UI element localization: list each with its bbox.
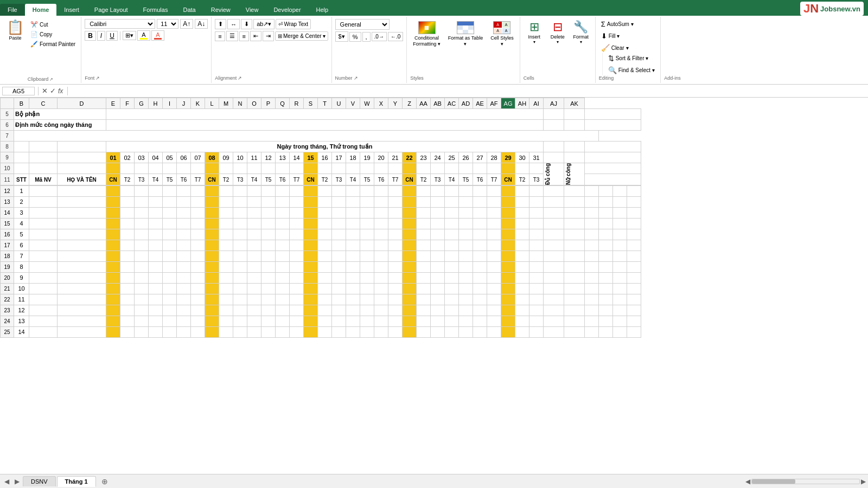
col-header-S[interactable]: S xyxy=(304,98,318,109)
cell-day-25-row-21[interactable] xyxy=(445,283,459,294)
col-header-I[interactable]: I xyxy=(163,98,177,109)
row-header-11[interactable]: 11 xyxy=(1,174,14,185)
row-header-23[interactable]: 23 xyxy=(1,305,14,316)
tab-data[interactable]: Data xyxy=(175,4,203,16)
cell-day-31-row-21[interactable] xyxy=(529,283,544,294)
cell-day-29-row-17[interactable] xyxy=(501,240,515,251)
cell-day-1-row-14[interactable] xyxy=(106,207,120,218)
cell-day-26-row-17[interactable] xyxy=(459,240,473,251)
cell-day-10-row-19[interactable] xyxy=(233,261,247,272)
alignment-expand-icon[interactable]: ↗ xyxy=(238,75,242,81)
cell-day-16-row-15[interactable] xyxy=(318,218,332,229)
cell-day-23-row-18[interactable] xyxy=(417,251,431,261)
cell-day-24-row-25[interactable] xyxy=(431,326,445,337)
cell-day-22-row-18[interactable] xyxy=(403,251,417,261)
insert-button[interactable]: ⊞ Insert ▾ xyxy=(524,19,545,75)
cell-day-6-row-19[interactable] xyxy=(177,261,191,272)
cell-day-19-row-20[interactable] xyxy=(360,272,374,283)
cell-name-24[interactable] xyxy=(58,316,106,326)
cell-day-11-row-24[interactable] xyxy=(247,316,261,326)
cell-day-18-row-25[interactable] xyxy=(346,326,360,337)
cell-day-27-row-21[interactable] xyxy=(473,283,487,294)
cell-day-13-row-25[interactable] xyxy=(276,326,290,337)
cell-day-21-row-16[interactable] xyxy=(388,229,403,240)
cell-day-29-row-18[interactable] xyxy=(501,251,515,261)
cell-day-6-row-20[interactable] xyxy=(177,272,191,283)
cell-stt-20[interactable]: 9 xyxy=(14,272,29,283)
cell-day-22-row-25[interactable] xyxy=(403,326,417,337)
col-header-N[interactable]: N xyxy=(233,98,247,109)
cell-day-5-row-12[interactable] xyxy=(163,185,177,196)
paste-button[interactable]: 📋 Paste xyxy=(3,18,27,43)
cell-day-27-row-15[interactable] xyxy=(473,218,487,229)
cell-day-28-row-22[interactable] xyxy=(487,294,501,305)
cell-day-12-row-19[interactable] xyxy=(261,261,276,272)
cell-day-8-row-12[interactable] xyxy=(205,185,219,196)
cell-day-10-row-25[interactable] xyxy=(233,326,247,337)
cell-day-30-row-17[interactable] xyxy=(515,240,529,251)
cell-day-20-row-14[interactable] xyxy=(374,207,388,218)
cell-ducong-12[interactable] xyxy=(544,185,564,196)
cell-day-29-row-15[interactable] xyxy=(501,218,515,229)
cell-day-13-row-23[interactable] xyxy=(276,305,290,316)
cell-day-24-row-17[interactable] xyxy=(431,240,445,251)
align-right-button[interactable]: ≡ xyxy=(239,31,249,41)
cell-day-11-row-23[interactable] xyxy=(247,305,261,316)
cell-name-17[interactable] xyxy=(58,240,106,251)
cell-ducong-22[interactable] xyxy=(544,294,564,305)
cell-day-15-row-18[interactable] xyxy=(304,251,318,261)
cell-day-30-row-18[interactable] xyxy=(515,251,529,261)
cell-nucong-25[interactable] xyxy=(564,326,585,337)
cell-day-1-row-18[interactable] xyxy=(106,251,120,261)
clipboard-expand-icon[interactable]: ↗ xyxy=(49,77,53,82)
cell-day-29-row-19[interactable] xyxy=(501,261,515,272)
cell-day-17-row-22[interactable] xyxy=(332,294,346,305)
cell-manv-13[interactable] xyxy=(29,196,58,207)
cell-day-31-row-13[interactable] xyxy=(529,196,544,207)
cell-day-31-row-12[interactable] xyxy=(529,185,544,196)
cell-day-21-row-15[interactable] xyxy=(388,218,403,229)
cell-day-12-row-13[interactable] xyxy=(261,196,276,207)
cell-day-16-row-23[interactable] xyxy=(318,305,332,316)
col-header-AI[interactable]: AI xyxy=(529,98,544,109)
cell-day-17-row-23[interactable] xyxy=(332,305,346,316)
cell-day-30-row-20[interactable] xyxy=(515,272,529,283)
cell-day-11-row-22[interactable] xyxy=(247,294,261,305)
cell-day-7-row-15[interactable] xyxy=(191,218,205,229)
cell-nucong-16[interactable] xyxy=(564,229,585,240)
col-header-AF[interactable]: AF xyxy=(487,98,501,109)
col-header-AD[interactable]: AD xyxy=(459,98,473,109)
cell-day-25-row-12[interactable] xyxy=(445,185,459,196)
cell-day-2-row-18[interactable] xyxy=(120,251,135,261)
cell-day-30-row-22[interactable] xyxy=(515,294,529,305)
cell-day-19-row-15[interactable] xyxy=(360,218,374,229)
cell-day-18-row-16[interactable] xyxy=(346,229,360,240)
cell-manv-17[interactable] xyxy=(29,240,58,251)
decrease-decimal-button[interactable]: ←.0 xyxy=(388,32,403,41)
cell-day-12-row-12[interactable] xyxy=(261,185,276,196)
cell-day-13-row-20[interactable] xyxy=(276,272,290,283)
cell-day-15-row-17[interactable] xyxy=(304,240,318,251)
col-header-O[interactable]: O xyxy=(247,98,261,109)
cell-day-20-row-21[interactable] xyxy=(374,283,388,294)
cell-day-5-row-15[interactable] xyxy=(163,218,177,229)
cell-day-8-row-20[interactable] xyxy=(205,272,219,283)
cell-day-7-row-16[interactable] xyxy=(191,229,205,240)
cell-day-17-row-12[interactable] xyxy=(332,185,346,196)
cell-day-29-row-20[interactable] xyxy=(501,272,515,283)
cell-day-17-row-20[interactable] xyxy=(332,272,346,283)
cell-day-18-row-14[interactable] xyxy=(346,207,360,218)
cell-day-28-row-13[interactable] xyxy=(487,196,501,207)
cell-day-2-row-15[interactable] xyxy=(120,218,135,229)
cell-day-1-row-16[interactable] xyxy=(106,229,120,240)
cell-day-31-row-20[interactable] xyxy=(529,272,544,283)
cell-ducong-21[interactable] xyxy=(544,283,564,294)
cell-day-23-row-20[interactable] xyxy=(417,272,431,283)
cell-nucong-15[interactable] xyxy=(564,218,585,229)
cell-day-9-row-25[interactable] xyxy=(219,326,233,337)
cell-ducong-13[interactable] xyxy=(544,196,564,207)
align-left-button[interactable]: ≡ xyxy=(215,31,225,41)
cell-day-28-row-15[interactable] xyxy=(487,218,501,229)
cell-nucong-21[interactable] xyxy=(564,283,585,294)
cell-day-23-row-15[interactable] xyxy=(417,218,431,229)
